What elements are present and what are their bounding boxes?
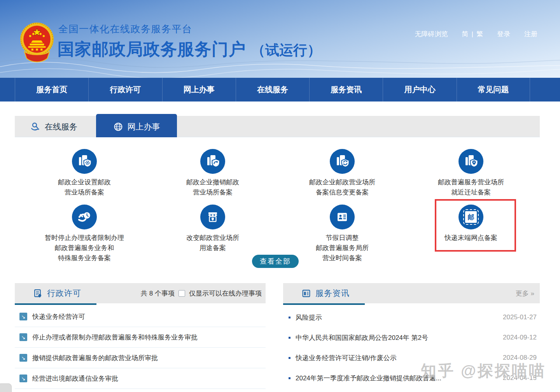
hand-clock-icon xyxy=(72,205,97,229)
page-header: 全国一体化在线政务服务平台 国家邮政局政务服务门户 （试运行） 无障碍浏览 简 … xyxy=(0,0,560,78)
news-list-item[interactable]: 风险提示 2025-01-27 xyxy=(283,307,540,327)
service-news-header: 服务资讯 更多 » xyxy=(283,283,540,303)
news-list-item[interactable]: 2024年第一季度准予邮政企业撤销提供邮政普遍... 2024-04-15 xyxy=(283,368,540,388)
service-tabbar: 在线服务 网上办事 xyxy=(15,116,540,137)
news-list-item[interactable]: 中华人民共和国国家邮政局公告2024年 第2号 2024-09-12 xyxy=(283,327,540,348)
main-content: 在线服务 网上办事 xyxy=(15,116,540,392)
national-emblem-logo xyxy=(19,20,54,63)
admin-items-count: 共 8 个事项 xyxy=(141,289,175,298)
postal-stamp-icon: 邮 xyxy=(458,205,483,229)
arrow-down-right-icon: ↘ xyxy=(19,333,27,341)
service-news-section: 服务资讯 更多 » 风险提示 2025-01-27 中华人民共和国国家邮政局公告… xyxy=(283,283,540,389)
service-change-filing-info[interactable]: 邮政企业邮政营业场所 备案信息变更备案 xyxy=(286,149,399,198)
service-news-title: 服务资讯 xyxy=(315,288,350,299)
document-seal-icon xyxy=(33,289,42,298)
nav-item-user-center[interactable]: 用户中心 xyxy=(383,78,456,102)
buildings-shield-pin-icon xyxy=(458,149,483,174)
tab-online-service-label: 在线服务 xyxy=(45,121,77,132)
platform-title: 全国一体化在线政务服务平台 xyxy=(58,23,192,35)
nav-item-service-news[interactable]: 服务资讯 xyxy=(309,78,383,102)
bullet-icon xyxy=(289,377,290,379)
service-suspend-limit-services[interactable]: 暂时停止办理或者限制办理 邮政普遍服务业务和 特殊服务业务备案 xyxy=(28,205,141,263)
admin-license-list: ↘ 快递业务经营许可 ↘ 停止办理或者限制办理邮政普遍服务和特殊服务业务审批 ↘… xyxy=(15,306,266,389)
tab-online-service[interactable]: 在线服务 xyxy=(30,116,77,137)
service-express-terminal-filing[interactable]: 邮 快递末端网点备案 xyxy=(415,205,527,243)
nav-item-online-handling[interactable]: 网上办事 xyxy=(162,78,236,102)
arrow-down-right-icon: ↘ xyxy=(19,313,27,320)
nav-item-faq[interactable]: 常见问题 xyxy=(457,78,530,102)
admin-list-item[interactable]: ↘ 停止办理或者限制办理邮政普遍服务和特殊服务业务审批 xyxy=(15,327,266,348)
accessibility-link[interactable]: 无障碍浏览 xyxy=(415,30,448,38)
buildings-shield-sync-icon xyxy=(330,149,355,174)
tab-online-handling[interactable]: 网上办事 xyxy=(96,114,177,139)
bullet-icon xyxy=(289,357,290,359)
portal-title: 国家邮政局政务服务门户 xyxy=(58,38,246,61)
online-only-checkbox-label[interactable]: 仅显示可以在线办理事项 xyxy=(189,289,262,298)
storefront-pin-icon xyxy=(200,205,225,229)
news-list-item[interactable]: 快递业务经营许可证注销/作废公示 2024-08-29 xyxy=(283,348,540,368)
service-change-premises-use[interactable]: 改变邮政营业场所 用途备案 xyxy=(156,205,269,253)
header-links: 无障碍浏览 简 | 繁 登录 注册 xyxy=(415,30,537,38)
section-underline xyxy=(283,303,365,305)
service-revoke-postal-premises[interactable]: 邮政企业撤销邮政 营业场所备案 xyxy=(156,149,269,198)
service-relocate-premises[interactable]: 邮政普遍服务营业场所 就近迁址备案 xyxy=(415,149,527,198)
simplified-chinese-link[interactable]: 简 xyxy=(462,30,469,38)
admin-list-item[interactable]: ↘ 经营进出境邮政通信业务审批 xyxy=(15,368,266,389)
buildings-shield-gear-icon xyxy=(72,149,97,174)
admin-list-item[interactable]: ↘ 快递业务经营许可 xyxy=(15,306,266,327)
service-setup-postal-premises[interactable]: 邮政企业设置邮政 营业场所备案 xyxy=(28,149,141,198)
nav-item-admin-license[interactable]: 行政许可 xyxy=(88,78,162,102)
login-link[interactable]: 登录 xyxy=(497,30,510,38)
bullet-icon xyxy=(289,317,290,318)
admin-license-header: 行政许可 共 8 个事项 仅显示可以在线办理事项 xyxy=(15,283,266,303)
service-holiday-hours-adjust[interactable]: 节假日调整 邮政普遍服务局所 营业时间备案 xyxy=(286,205,399,263)
arrow-down-right-icon: ↘ xyxy=(19,354,27,362)
section-underline xyxy=(15,303,96,305)
corner-floating-widget[interactable] xyxy=(0,383,12,392)
tab-online-handling-label: 网上办事 xyxy=(128,121,160,132)
language-divider: | xyxy=(472,30,473,38)
view-all-button[interactable]: 查看全部 xyxy=(252,255,299,268)
main-navigation: 服务首页 行政许可 网上办事 在线服务 服务资讯 用户中心 常见问题 xyxy=(0,78,560,102)
language-switch[interactable]: 简 | 繁 xyxy=(462,30,483,38)
nav-item-online-service[interactable]: 在线服务 xyxy=(236,78,309,102)
bullet-icon xyxy=(289,337,290,339)
arrow-down-right-icon: ↘ xyxy=(19,374,27,382)
buildings-shield-undo-icon xyxy=(200,149,225,174)
newspaper-icon xyxy=(302,289,311,298)
nav-item-home[interactable]: 服务首页 xyxy=(15,78,88,102)
admin-list-item[interactable]: ↘ 撤销提供邮政普遍服务的邮政营业场所审批 xyxy=(15,348,266,368)
services-grid: 邮政企业设置邮政 营业场所备案 邮政企业撤销邮政 营业场所备案 xyxy=(15,137,540,272)
id-card-icon xyxy=(330,205,355,229)
register-link[interactable]: 注册 xyxy=(524,30,537,38)
portal-status-label: （试运行） xyxy=(251,41,321,60)
traditional-chinese-link[interactable]: 繁 xyxy=(476,30,483,38)
service-news-list: 风险提示 2025-01-27 中华人民共和国国家邮政局公告2024年 第2号 … xyxy=(283,307,540,388)
hand-magnifier-icon xyxy=(30,122,40,132)
more-link[interactable]: 更多 » xyxy=(516,289,540,298)
online-only-checkbox[interactable] xyxy=(178,290,185,297)
admin-license-section: 行政许可 共 8 个事项 仅显示可以在线办理事项 ↘ 快递业务经营许可 ↘ 停止… xyxy=(15,283,266,389)
admin-license-title: 行政许可 xyxy=(47,288,81,299)
globe-icon xyxy=(113,122,123,132)
